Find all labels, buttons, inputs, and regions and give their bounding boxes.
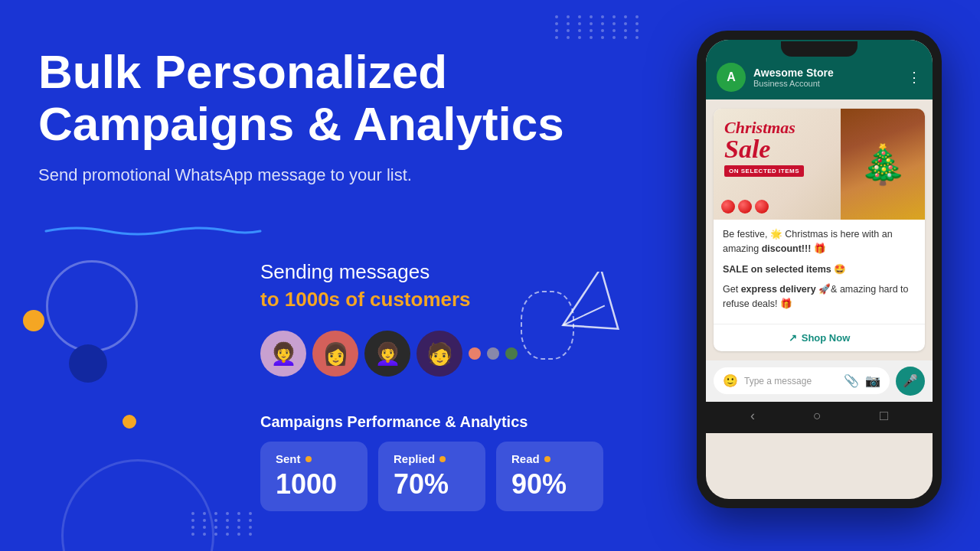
stat-value-sent: 1000 <box>276 468 352 500</box>
heading-line1: Bulk Personalized <box>38 45 447 98</box>
xmas-christmas-text: Christmas <box>724 119 804 136</box>
message-input-field[interactable]: 🙂 Type a message 📎 📷 <box>714 367 890 394</box>
image-decoration: 🎄 <box>841 109 925 220</box>
avatar-dot-pink <box>469 347 481 360</box>
avatar-2: 👩 <box>312 331 358 377</box>
message-para-2: SALE on selected items 🤩 <box>723 262 916 277</box>
bg-circle-outline <box>46 260 138 352</box>
avatar-dot-green <box>505 347 518 360</box>
stat-dot-replied <box>439 456 446 462</box>
avatar-dot-gray <box>487 347 499 360</box>
back-button[interactable]: ‹ <box>750 408 755 424</box>
stat-label-replied: Replied <box>394 452 470 465</box>
stat-label-read: Read <box>511 452 588 465</box>
stat-card-read: Read 90% <box>496 442 603 511</box>
main-heading: Bulk Personalized Campaigns & Analytics <box>38 46 574 150</box>
stat-value-replied: 70% <box>394 468 470 500</box>
sending-text: Sending messages <box>260 260 582 284</box>
bg-circle-orange <box>23 310 44 331</box>
message-text-area: Be festive, 🌟 Christmas is here with an … <box>714 220 925 324</box>
stat-card-replied: Replied 70% <box>378 442 485 511</box>
avatar-1: 👩‍🦱 <box>260 331 306 377</box>
home-button[interactable]: ○ <box>813 408 822 424</box>
phone-notch <box>781 41 858 57</box>
avatar-3: 👩‍🦱 <box>364 331 410 377</box>
stat-label-sent: Sent <box>276 452 352 465</box>
stat-dot-read <box>544 456 550 462</box>
red-balls-decoration <box>721 200 769 214</box>
contact-status: Business Account <box>753 79 900 88</box>
emoji-icon: 🙂 <box>723 373 738 388</box>
input-icons: 📎 📷 <box>844 373 880 388</box>
red-ball-2 <box>738 200 752 214</box>
xmas-selected-label: ON SELECTED ITEMS <box>724 165 804 177</box>
phone-frame: A Awesome Store Business Account ⋮ Chris… <box>697 31 942 508</box>
menu-dots-icon[interactable]: ⋮ <box>907 69 922 86</box>
bg-circle-blue <box>69 344 107 383</box>
left-content-area: Bulk Personalized Campaigns & Analytics … <box>38 46 574 208</box>
dot-grid-top <box>555 15 643 39</box>
shop-now-button[interactable]: ↗ Shop Now <box>714 324 925 351</box>
chat-area: Christmas Sale ON SELECTED ITEMS 🎄 <box>706 99 933 360</box>
bg-dot-orange <box>122 415 136 429</box>
stat-card-sent: Sent 1000 <box>260 442 368 511</box>
input-placeholder-text: Type a message <box>744 376 838 386</box>
red-ball-3 <box>755 200 769 214</box>
message-image: Christmas Sale ON SELECTED ITEMS 🎄 <box>714 109 925 220</box>
stat-value-read: 90% <box>511 468 588 500</box>
contact-avatar: A <box>717 63 746 92</box>
sub-heading: Send promotional WhatsApp message to you… <box>38 165 574 185</box>
dashed-circle-decoration <box>521 291 574 360</box>
whatsapp-input-bar: 🙂 Type a message 📎 📷 🎤 <box>706 360 933 402</box>
message-bubble: Christmas Sale ON SELECTED ITEMS 🎄 <box>714 109 925 351</box>
contact-name: Awesome Store <box>753 67 900 79</box>
phone-bottom-nav: ‹ ○ □ <box>706 402 933 433</box>
phone-mockup: A Awesome Store Business Account ⋮ Chris… <box>697 31 942 508</box>
external-link-icon: ↗ <box>789 332 797 344</box>
squiggle-decoration <box>38 222 268 240</box>
heading-line2: Campaigns & Analytics <box>38 97 564 150</box>
xmas-sale-overlay: Christmas Sale ON SELECTED ITEMS <box>724 119 804 177</box>
red-ball-1 <box>721 200 735 214</box>
performance-title: Campaigns Performance & Analytics <box>260 413 658 431</box>
shop-now-label: Shop Now <box>802 332 851 344</box>
xmas-sale-text-big: Sale <box>724 136 804 162</box>
message-para-3: Get express delivery 🚀& amazing hard to … <box>723 282 916 311</box>
mic-button[interactable]: 🎤 <box>896 367 925 396</box>
camera-icon: 📷 <box>865 373 880 388</box>
performance-section: Campaigns Performance & Analytics Sent 1… <box>260 413 658 511</box>
stats-row: Sent 1000 Replied 70% Read 90% <box>260 442 658 511</box>
contact-info: Awesome Store Business Account <box>753 67 900 88</box>
paperclip-icon: 📎 <box>844 373 859 388</box>
avatar-4: 🧑 <box>416 331 462 377</box>
message-para-1: Be festive, 🌟 Christmas is here with an … <box>723 227 916 256</box>
bg-circle-arc <box>61 459 214 551</box>
recent-button[interactable]: □ <box>880 408 888 424</box>
stat-dot-sent <box>305 456 312 462</box>
phone-screen: A Awesome Store Business Account ⋮ Chris… <box>706 40 933 499</box>
dot-grid-bottom <box>191 512 256 536</box>
